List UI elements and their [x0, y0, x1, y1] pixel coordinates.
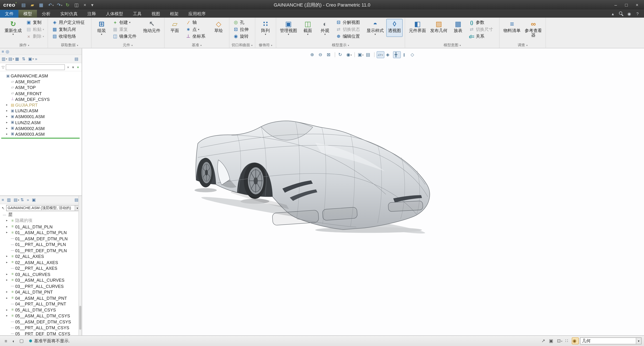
- layer-tree-item[interactable]: ▸ 05_ALL_DTM_CSYS: [0, 307, 78, 313]
- customize-toolbar-button[interactable]: ▾ ▾: [90, 1, 96, 8]
- ribbon-button[interactable]: ↖ 拖动元件 ▾: [142, 19, 162, 37]
- ribbon-button[interactable]: d= 关系 ▾: [467, 33, 497, 40]
- model-tree-tab-button[interactable]: ≡: [2, 49, 4, 54]
- redo-button[interactable]: ↷ ▾: [56, 1, 64, 8]
- ribbon-group-label[interactable]: 模型显示 ▾: [276, 42, 404, 48]
- model-tree-item[interactable]: ▸ ASM_RIGHT: [0, 79, 82, 85]
- ribbon-button[interactable]: ↻ 重新生成 ▾: [3, 19, 23, 37]
- layer-tree-item[interactable]: ▸ 05__ASM_DEF_DTM_CSYS: [0, 319, 78, 325]
- layer-tree-item[interactable]: ▸ 02__ASM_ALL_AXES: [0, 259, 78, 265]
- toggle-browser-button[interactable]: ◐: [10, 338, 17, 345]
- maximize-button[interactable]: □: [621, 1, 632, 9]
- ribbon-button[interactable]: ⇄ 切换状态 ▾: [334, 26, 364, 33]
- ribbon-tab[interactable]: 分析: [37, 10, 55, 17]
- ribbon-button[interactable]: ∕ 轴 ▾: [184, 19, 210, 26]
- layer-tree-item[interactable]: ▸ 03__ASM_ALL_CURVES: [0, 277, 78, 283]
- ribbon-group-label[interactable]: 基准 ▾: [165, 42, 228, 48]
- ribbon-button[interactable]: ⊟ 分解视图 ▾: [334, 19, 364, 26]
- spin-center-button[interactable]: ╋ ▾: [393, 51, 400, 58]
- scrollbar-thumb[interactable]: [79, 306, 81, 330]
- saved-orientations-button[interactable]: ▣ ▾: [357, 51, 364, 58]
- expand-arrow-icon[interactable]: ▸: [6, 115, 10, 118]
- ribbon-button[interactable]: ▱ 平面 ▾: [166, 19, 183, 37]
- ribbon-tab[interactable]: 文件: [0, 10, 18, 17]
- layer-tree-item[interactable]: ▸ 隐藏的项: [0, 218, 78, 223]
- display-style-button[interactable]: ◉ ▾: [345, 51, 353, 58]
- ribbon-tab[interactable]: 人体模型: [101, 10, 128, 17]
- layer-tree-item[interactable]: ▸ 02_ALL_AXES: [0, 253, 78, 259]
- view-manager-button[interactable]: ▤ ▾: [365, 51, 373, 58]
- ribbon-button[interactable]: ▣ 管理视图 ▾: [278, 19, 299, 37]
- open-button[interactable]: ▰ ▾: [29, 1, 37, 8]
- close-button[interactable]: ×: [632, 1, 642, 9]
- expand-arrow-icon[interactable]: ▸: [6, 272, 10, 276]
- undo-button[interactable]: ↶ ▾: [47, 1, 55, 8]
- ribbon-button[interactable]: ▧ 收缩包络 ▾: [50, 33, 89, 40]
- expand-arrow-icon[interactable]: ▸: [6, 279, 10, 282]
- orientation-button[interactable]: ↗ ▾: [541, 338, 548, 345]
- model-tree-item[interactable]: ▸ GAINIANCHE.ASM: [0, 73, 82, 79]
- tree-filter-button[interactable]: ▤ ▾: [8, 57, 14, 61]
- ribbon-group-label[interactable]: 模型意图 ▾: [406, 42, 499, 48]
- expand-arrow-icon[interactable]: ▸: [6, 255, 10, 258]
- new-file-button[interactable]: ▤ ▾: [20, 1, 28, 8]
- ribbon-display-button[interactable]: ◉: [626, 11, 632, 17]
- insert-locator-line[interactable]: [1, 138, 80, 139]
- model-tree-item[interactable]: ▸ ASM0001.ASM: [0, 114, 82, 120]
- ribbon-button[interactable]: ▩ 复制几何 ▾: [50, 26, 89, 33]
- expand-arrow-icon[interactable]: ▸: [6, 109, 10, 112]
- layers-button[interactable]: ≡ ▾: [2, 197, 6, 202]
- ribbon-button[interactable]: ⊡ 拉伸 ▾: [232, 26, 253, 33]
- layer-tree-item[interactable]: ▸ 04__ASM_ALL_DTM_PNT: [0, 295, 78, 301]
- expand-arrow-icon[interactable]: ▸: [6, 231, 10, 234]
- pause-button[interactable]: ‖ ▾: [401, 51, 409, 58]
- model-tree-item[interactable]: ▸ ASM0003.ASM: [0, 131, 82, 137]
- selection-buffer-button[interactable]: ⊡ ▾: [556, 338, 563, 345]
- model-tree-item[interactable]: ▸ ASM_TOP: [0, 85, 82, 90]
- design-items-tab-button[interactable]: ◎: [6, 49, 9, 54]
- tree-detach-button[interactable]: ▤ ▾: [74, 57, 80, 61]
- model-tree-item[interactable]: ▸ ASM_FRONT: [0, 90, 82, 96]
- ribbon-button[interactable]: () 参数 ▾: [467, 19, 497, 26]
- minimize-button[interactable]: –: [610, 1, 621, 9]
- ribbon-button[interactable]: ⇄ 切换尺寸 ▾: [467, 26, 497, 33]
- ribbon-button[interactable]: ▤ 粘贴 ▾: [24, 26, 46, 33]
- graphics-area[interactable]: ⊕ ▾ ⊖ ▾ ⊠ ▾ ▾: [82, 48, 644, 336]
- grid-snap-button[interactable]: ∷ ▾: [564, 338, 571, 345]
- expand-arrow-icon[interactable]: ▸: [6, 127, 10, 130]
- tree-sort-button[interactable]: ⇅ ▾: [22, 57, 27, 61]
- ribbon-tab[interactable]: 框架: [165, 10, 184, 17]
- ribbon-button[interactable]: ◇ 草绘 ▾: [210, 19, 227, 37]
- minimize-ribbon-button[interactable]: ▴: [610, 11, 616, 17]
- expand-arrow-icon[interactable]: ▸: [6, 296, 10, 300]
- layer-show-button[interactable]: ▤ ▾: [14, 197, 19, 202]
- ribbon-button[interactable]: ∞ 参考查看器 ▾: [523, 19, 544, 41]
- ribbon-button[interactable]: + 创建 ▾: [110, 19, 140, 26]
- ribbon-button[interactable]: ⊥ 坐标系 ▾: [184, 33, 210, 40]
- layer-rules-button[interactable]: ▣ ▾: [32, 197, 38, 202]
- model-tree-item[interactable]: ▸ GUJIA.PRT: [0, 102, 82, 108]
- model-tree-item[interactable]: ▸ ASM_DEF_CSYS: [0, 96, 82, 102]
- ribbon-group-label[interactable]: 修饰符 ▾: [256, 42, 275, 48]
- ribbon-group-label[interactable]: 调查 ▾: [500, 42, 545, 48]
- ribbon-group-label[interactable]: 切口和曲面 ▾: [230, 42, 254, 48]
- ribbon-button[interactable]: ◧ 元件界面 ▾: [407, 19, 428, 37]
- datum-display-filters-button[interactable]: ▱ ▾: [376, 51, 384, 58]
- tree-overflow-button[interactable]: » ▾: [35, 57, 39, 61]
- expand-arrow-icon[interactable]: ▸: [6, 225, 10, 228]
- expand-arrow-icon[interactable]: ▸: [6, 121, 10, 124]
- ribbon-button[interactable]: ⊞ 组装 ▾: [94, 19, 110, 37]
- tree-show-button[interactable]: ▥ ▾: [2, 57, 7, 61]
- model-tree-item[interactable]: ▸ LUNZI2.ASM: [0, 120, 82, 125]
- save-button[interactable]: ▦ ▾: [38, 1, 46, 8]
- ribbon-button[interactable]: ◉ 旋转 ▾: [232, 33, 253, 40]
- ribbon-button[interactable]: ◓ 显示样式 ▾: [365, 19, 386, 37]
- add-filter-button[interactable]: +: [76, 65, 80, 69]
- ribbon-button[interactable]: ▣ 复制 ▾: [24, 19, 46, 26]
- layer-tree-item[interactable]: ▸ 04_ALL_DTM_PNT: [0, 289, 78, 295]
- expand-arrow-icon[interactable]: ▸: [6, 132, 10, 136]
- ribbon-button[interactable]: ◈ 用户定义特征 ▾: [50, 19, 89, 26]
- layer-tree-item[interactable]: ▸ 01__PRT_ALL_DTM_PLN: [0, 241, 78, 247]
- ribbon-button[interactable]: ▨ 发布几何 ▾: [428, 19, 449, 37]
- filter-dropdown-button[interactable]: ▾: [71, 65, 75, 69]
